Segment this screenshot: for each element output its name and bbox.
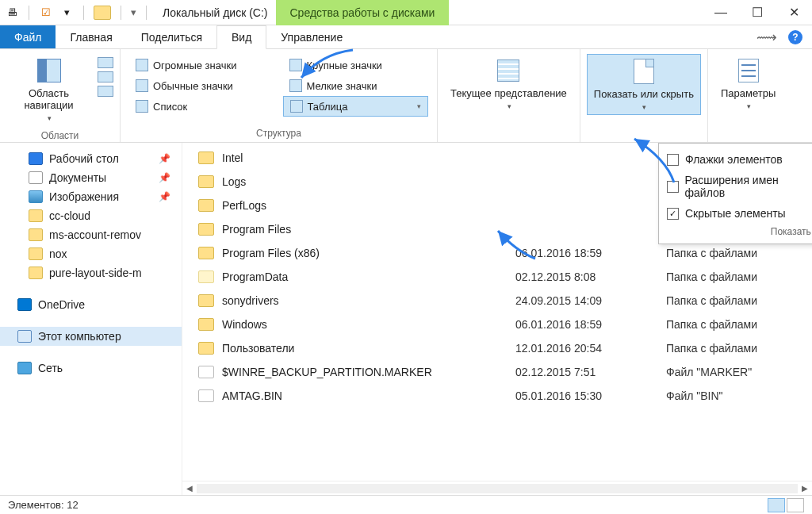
nav-nox[interactable]: nox xyxy=(0,244,182,263)
ribbon-group-show-hide: Показать или скрыть▾ xyxy=(580,49,708,142)
item-count: Элементов: 12 xyxy=(8,499,79,511)
ribbon-group-panes: Область навигации ▾ Области xyxy=(0,49,121,142)
nav-cc-cloud[interactable]: cc-cloud xyxy=(0,206,182,225)
file-name: Logs xyxy=(222,175,515,188)
status-bar: Элементов: 12 xyxy=(0,495,812,514)
nav-ms-account[interactable]: ms-account-remov xyxy=(0,225,182,244)
file-date: 05.01.2016 15:30 xyxy=(515,389,666,402)
file-name: Windows xyxy=(222,318,515,331)
pane-options[interactable] xyxy=(98,54,113,97)
folder-icon xyxy=(198,175,214,188)
folder-icon xyxy=(198,318,214,331)
file-date: 02.12.2015 8:08 xyxy=(515,270,666,283)
file-name: Program Files xyxy=(222,223,515,236)
quick-access-toolbar: 🖶 ☑ ▾ ▾ xyxy=(0,6,155,20)
nav-documents[interactable]: Документы📌 xyxy=(0,168,182,187)
file-row[interactable]: Пользователи12.01.2016 20:54Папка с файл… xyxy=(182,336,812,360)
show-hide-button[interactable]: Показать или скрыть▾ xyxy=(587,54,701,115)
group-label-layout: Структура xyxy=(121,128,437,142)
file-name: sonydrivers xyxy=(222,294,515,307)
ribbon: Область навигации ▾ Области Огромные зна… xyxy=(0,49,812,143)
minimize-button[interactable]: — xyxy=(703,0,739,25)
file-row[interactable]: sonydrivers24.09.2015 14:09Папка с файла… xyxy=(182,289,812,313)
ribbon-tabs: Файл Главная Поделиться Вид Управление ⟿… xyxy=(0,25,812,49)
options-button[interactable]: Параметры ▾ xyxy=(714,54,782,113)
folder-icon xyxy=(198,199,214,212)
layout-list[interactable]: Список xyxy=(129,96,283,117)
scroll-left-icon[interactable]: ◀ xyxy=(182,481,197,496)
layout-small-icons[interactable]: Мелкие значки xyxy=(283,75,428,96)
qat-dropdown-icon[interactable]: ▾ xyxy=(59,6,74,20)
qat-overflow-icon[interactable]: ▾ xyxy=(131,6,136,18)
folder-icon xyxy=(198,152,214,164)
file-type: Папка с файлами xyxy=(666,342,812,355)
file-date: 02.12.2015 7:51 xyxy=(515,366,666,378)
layout-huge-icons[interactable]: Огромные значки xyxy=(129,55,283,75)
context-tab-drive-tools[interactable]: Средства работы с дисками xyxy=(276,0,450,25)
file-row[interactable]: AMTAG.BIN05.01.2016 15:30Файл "BIN" xyxy=(182,384,812,408)
horizontal-scrollbar[interactable]: ◀ ▶ xyxy=(182,481,812,495)
file-row[interactable]: Windows06.01.2016 18:59Папка с файлами xyxy=(182,313,812,336)
dropdown-footer: Показать или скрыть xyxy=(659,223,812,244)
nav-pure-layout[interactable]: pure-layout-side-m xyxy=(0,263,182,282)
navigation-pane-button[interactable]: Область навигации ▾ xyxy=(6,54,91,125)
layout-details[interactable]: Таблица▾ xyxy=(283,96,428,117)
tab-share[interactable]: Поделиться xyxy=(127,25,216,48)
help-icon[interactable]: ? xyxy=(788,30,802,44)
file-row[interactable]: ProgramData02.12.2015 8:08Папка с файлам… xyxy=(182,265,812,289)
folder-icon xyxy=(198,247,214,259)
maximize-button[interactable]: ☐ xyxy=(739,0,776,25)
nav-desktop[interactable]: Рабочий стол📌 xyxy=(0,149,182,168)
file-date: 06.01.2016 18:59 xyxy=(515,318,666,331)
pin-ribbon-icon[interactable]: ⟿ xyxy=(756,29,777,46)
view-details-button[interactable] xyxy=(768,498,785,512)
file-name: Program Files (x86) xyxy=(222,247,515,259)
nav-network[interactable]: Сеть xyxy=(0,359,182,378)
nav-onedrive[interactable]: OneDrive xyxy=(0,295,182,314)
properties-icon[interactable]: ☑ xyxy=(39,6,53,20)
check-item-checkboxes[interactable]: Флажки элементов xyxy=(667,153,812,166)
view-icons-button[interactable] xyxy=(787,498,804,512)
layout-large-icons[interactable]: Крупные значки xyxy=(283,55,428,75)
navigation-pane: Рабочий стол📌 Документы📌 Изображения📌 cc… xyxy=(0,143,182,495)
file-name: AMTAG.BIN xyxy=(222,389,515,402)
tab-file[interactable]: Файл xyxy=(0,25,56,48)
file-type: Папка с файлами xyxy=(666,294,812,307)
show-hide-dropdown: Флажки элементов Расширения имен файлов … xyxy=(658,143,812,244)
file-date: 06.01.2016 18:59 xyxy=(515,247,666,259)
file-row[interactable]: $WINRE_BACKUP_PARTITION.MARKER02.12.2015… xyxy=(182,360,812,384)
check-file-extensions[interactable]: Расширения имен файлов xyxy=(667,174,812,199)
file-type: Папка с файлами xyxy=(666,270,812,283)
current-view-button[interactable]: Текущее представление▾ xyxy=(444,54,573,113)
pin-icon: 📌 xyxy=(159,153,170,164)
file-list-pane: IntelLogsPerfLogsProgram FilesProgram Fi… xyxy=(182,143,812,495)
file-type: Папка с файлами xyxy=(666,247,812,259)
file-icon xyxy=(198,389,214,402)
check-hidden-items[interactable]: ✓Скрытые элементы xyxy=(667,207,812,220)
group-label-panes: Области xyxy=(0,130,120,144)
close-button[interactable]: ✕ xyxy=(776,0,812,25)
file-type: Файл "BIN" xyxy=(666,389,812,402)
tab-manage[interactable]: Управление xyxy=(266,25,357,48)
file-row[interactable]: Program Files (x86)06.01.2016 18:59Папка… xyxy=(182,241,812,265)
file-name: $WINRE_BACKUP_PARTITION.MARKER xyxy=(222,366,515,378)
file-name: PerfLogs xyxy=(222,199,515,212)
file-name: ProgramData xyxy=(222,270,515,283)
content-area: Рабочий стол📌 Документы📌 Изображения📌 cc… xyxy=(0,143,812,495)
nav-pictures[interactable]: Изображения📌 xyxy=(0,187,182,206)
folder-icon xyxy=(198,294,214,307)
folder-icon xyxy=(198,223,214,236)
file-name: Пользователи xyxy=(222,342,515,355)
window-title: Локальный диск (C:) xyxy=(155,6,276,19)
tab-home[interactable]: Главная xyxy=(56,25,126,48)
nav-this-pc[interactable]: Этот компьютер xyxy=(0,327,182,346)
chevron-down-icon: ▾ xyxy=(48,114,52,122)
scroll-right-icon[interactable]: ▶ xyxy=(798,481,812,496)
tab-view[interactable]: Вид xyxy=(216,25,266,49)
file-type: Папка с файлами xyxy=(666,318,812,331)
ribbon-group-options: Параметры ▾ xyxy=(708,49,788,142)
layout-medium-icons[interactable]: Обычные значки xyxy=(129,75,283,96)
file-date: 12.01.2016 20:54 xyxy=(515,342,666,355)
file-icon xyxy=(198,366,214,378)
printer-icon[interactable]: 🖶 xyxy=(5,6,19,20)
